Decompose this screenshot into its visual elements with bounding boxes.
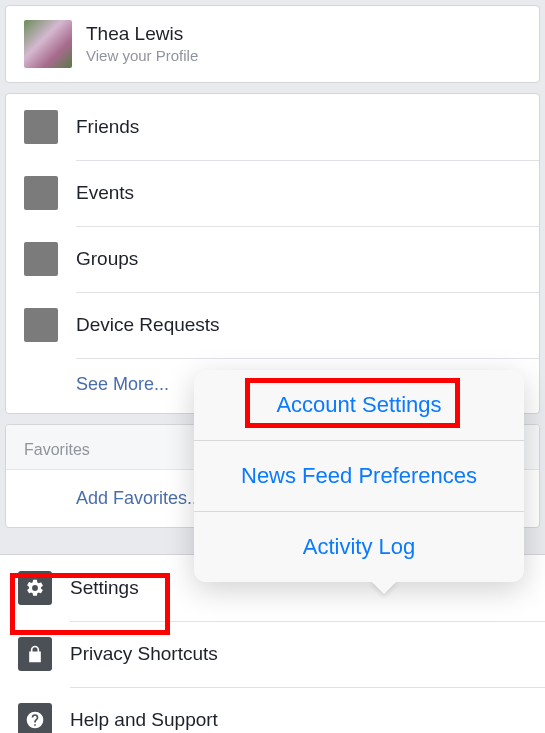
avatar <box>24 20 72 68</box>
device-requests-icon <box>24 308 58 342</box>
nav-item-events[interactable]: Events <box>6 160 539 226</box>
events-icon <box>24 176 58 210</box>
privacy-shortcuts-row[interactable]: Privacy Shortcuts <box>0 621 545 687</box>
popover-tail <box>370 580 398 594</box>
nav-card: Friends Events Groups Device Requests Se… <box>5 93 540 414</box>
nav-label: Friends <box>76 116 139 138</box>
profile-subtitle: View your Profile <box>86 47 198 65</box>
question-icon <box>18 703 52 733</box>
profile-row[interactable]: Thea Lewis View your Profile <box>6 6 539 82</box>
help-label: Help and Support <box>70 709 218 731</box>
nav-item-friends[interactable]: Friends <box>6 94 539 160</box>
popover-activity-log[interactable]: Activity Log <box>194 511 524 582</box>
friends-icon <box>24 110 58 144</box>
popover-account-settings[interactable]: Account Settings <box>194 370 524 440</box>
nav-label: Device Requests <box>76 314 220 336</box>
settings-label: Settings <box>70 577 139 599</box>
settings-popover: Account Settings News Feed Preferences A… <box>194 370 524 582</box>
profile-card[interactable]: Thea Lewis View your Profile <box>5 5 540 83</box>
nav-label: Events <box>76 182 134 204</box>
nav-item-device-requests[interactable]: Device Requests <box>6 292 539 358</box>
profile-name: Thea Lewis <box>86 23 198 46</box>
popover-news-feed-preferences[interactable]: News Feed Preferences <box>194 440 524 511</box>
nav-label: Groups <box>76 248 138 270</box>
nav-item-groups[interactable]: Groups <box>6 226 539 292</box>
lock-icon <box>18 637 52 671</box>
groups-icon <box>24 242 58 276</box>
gear-icon <box>18 571 52 605</box>
privacy-label: Privacy Shortcuts <box>70 643 218 665</box>
help-support-row[interactable]: Help and Support <box>0 687 545 733</box>
